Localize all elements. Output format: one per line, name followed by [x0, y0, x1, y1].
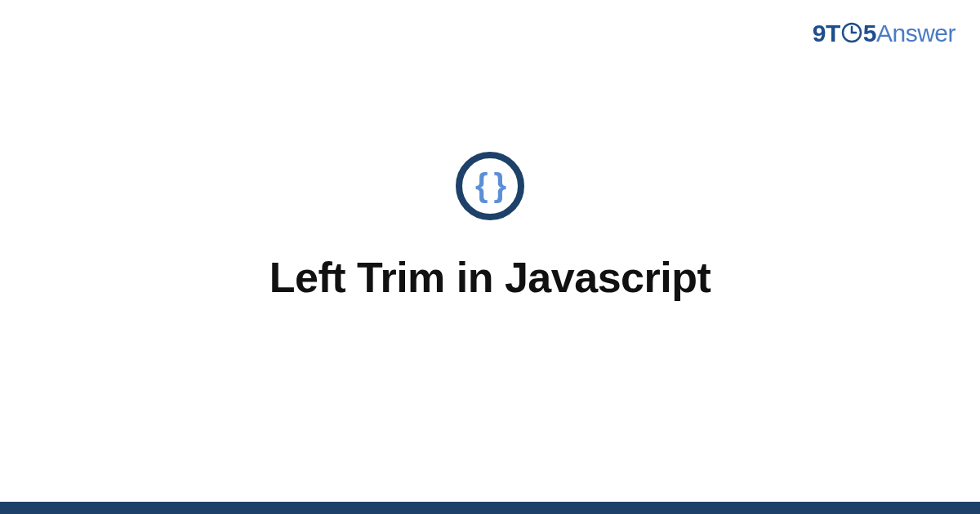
footer-accent-bar: [0, 502, 980, 514]
main-content: { } Left Trim in Javascript: [0, 0, 980, 502]
topic-icon-wrap: { }: [456, 152, 524, 220]
code-braces-glyph: { }: [475, 167, 505, 204]
code-braces-icon: { }: [456, 152, 524, 220]
page-title: Left Trim in Javascript: [270, 253, 710, 302]
